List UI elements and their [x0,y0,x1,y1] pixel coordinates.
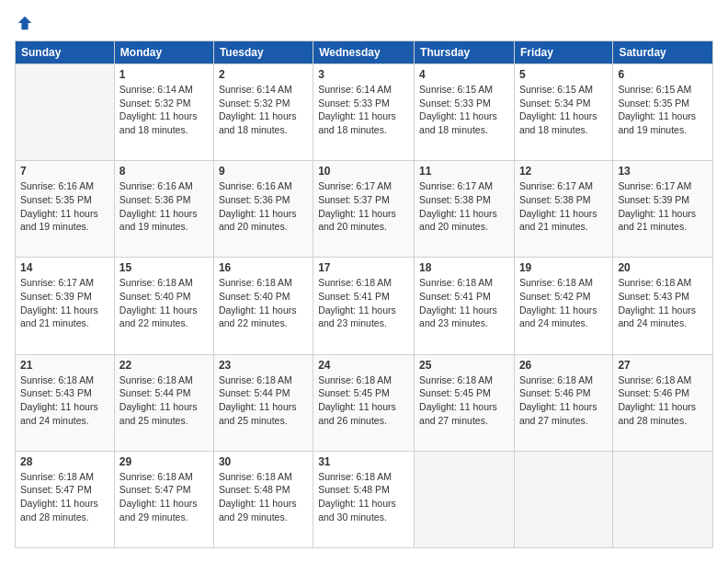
day-info: Sunrise: 6:18 AM Sunset: 5:44 PM Dayligh… [219,373,308,428]
table-row [613,451,713,547]
table-row: 26Sunrise: 6:18 AM Sunset: 5:46 PM Dayli… [514,354,612,451]
day-info: Sunrise: 6:18 AM Sunset: 5:42 PM Dayligh… [519,276,608,330]
day-info: Sunrise: 6:18 AM Sunset: 5:47 PM Dayligh… [119,470,209,524]
table-row: 4Sunrise: 6:15 AM Sunset: 5:33 PM Daylig… [415,64,515,161]
header [15,15,713,31]
day-number: 9 [219,165,308,178]
day-number: 12 [519,165,608,178]
day-info: Sunrise: 6:16 AM Sunset: 5:36 PM Dayligh… [219,179,308,234]
day-info: Sunrise: 6:18 AM Sunset: 5:40 PM Dayligh… [119,276,209,330]
day-number: 5 [519,68,608,81]
day-number: 15 [119,261,209,274]
day-info: Sunrise: 6:16 AM Sunset: 5:35 PM Dayligh… [20,179,109,234]
table-row: 13Sunrise: 6:17 AM Sunset: 5:39 PM Dayli… [613,161,713,258]
day-number: 29 [119,455,209,468]
table-row: 19Sunrise: 6:18 AM Sunset: 5:42 PM Dayli… [514,258,612,354]
table-row: 18Sunrise: 6:18 AM Sunset: 5:41 PM Dayli… [415,258,515,354]
table-row: 10Sunrise: 6:17 AM Sunset: 5:37 PM Dayli… [313,161,415,258]
day-info: Sunrise: 6:17 AM Sunset: 5:39 PM Dayligh… [20,276,109,330]
day-number: 30 [219,455,308,468]
table-row: 9Sunrise: 6:16 AM Sunset: 5:36 PM Daylig… [213,161,313,258]
table-row: 5Sunrise: 6:15 AM Sunset: 5:34 PM Daylig… [514,64,612,161]
day-info: Sunrise: 6:17 AM Sunset: 5:37 PM Dayligh… [318,179,409,234]
calendar-week-row: 1Sunrise: 6:14 AM Sunset: 5:32 PM Daylig… [16,64,713,161]
day-info: Sunrise: 6:18 AM Sunset: 5:46 PM Dayligh… [519,373,608,428]
table-row: 16Sunrise: 6:18 AM Sunset: 5:40 PM Dayli… [213,258,313,354]
day-number: 27 [618,359,708,372]
table-row: 7Sunrise: 6:16 AM Sunset: 5:35 PM Daylig… [16,161,115,258]
table-row: 17Sunrise: 6:18 AM Sunset: 5:41 PM Dayli… [313,258,415,354]
day-number: 7 [20,165,109,178]
day-info: Sunrise: 6:15 AM Sunset: 5:33 PM Dayligh… [419,83,509,137]
day-info: Sunrise: 6:18 AM Sunset: 5:45 PM Dayligh… [419,373,509,428]
day-number: 23 [219,359,308,372]
day-info: Sunrise: 6:18 AM Sunset: 5:40 PM Dayligh… [219,276,308,330]
day-info: Sunrise: 6:18 AM Sunset: 5:47 PM Dayligh… [20,470,109,524]
day-info: Sunrise: 6:18 AM Sunset: 5:41 PM Dayligh… [318,276,409,330]
table-row: 6Sunrise: 6:15 AM Sunset: 5:35 PM Daylig… [613,64,713,161]
day-number: 3 [318,68,409,81]
table-row: 21Sunrise: 6:18 AM Sunset: 5:43 PM Dayli… [16,354,115,451]
table-row: 27Sunrise: 6:18 AM Sunset: 5:46 PM Dayli… [613,354,713,451]
table-row [16,64,115,161]
day-number: 16 [219,261,308,274]
page: SundayMondayTuesdayWednesdayThursdayFrid… [0,0,728,563]
day-info: Sunrise: 6:18 AM Sunset: 5:45 PM Dayligh… [318,373,409,428]
day-number: 25 [419,359,509,372]
day-number: 18 [419,261,509,274]
day-info: Sunrise: 6:18 AM Sunset: 5:48 PM Dayligh… [219,470,308,524]
table-row: 11Sunrise: 6:17 AM Sunset: 5:38 PM Dayli… [415,161,515,258]
calendar-header-friday: Friday [514,41,612,64]
table-row [514,451,612,547]
calendar-header-wednesday: Wednesday [313,41,415,64]
table-row: 3Sunrise: 6:14 AM Sunset: 5:33 PM Daylig… [313,64,415,161]
table-row: 12Sunrise: 6:17 AM Sunset: 5:38 PM Dayli… [514,161,612,258]
table-row: 25Sunrise: 6:18 AM Sunset: 5:45 PM Dayli… [415,354,515,451]
day-number: 4 [419,68,509,81]
calendar-header-sunday: Sunday [16,41,115,64]
calendar-header-row: SundayMondayTuesdayWednesdayThursdayFrid… [16,41,713,64]
table-row: 20Sunrise: 6:18 AM Sunset: 5:43 PM Dayli… [613,258,713,354]
day-number: 31 [318,455,409,468]
day-number: 8 [119,165,209,178]
day-info: Sunrise: 6:18 AM Sunset: 5:43 PM Dayligh… [20,373,109,428]
day-info: Sunrise: 6:14 AM Sunset: 5:32 PM Dayligh… [119,83,209,137]
day-info: Sunrise: 6:18 AM Sunset: 5:48 PM Dayligh… [318,470,409,524]
day-number: 14 [20,261,109,274]
calendar-week-row: 21Sunrise: 6:18 AM Sunset: 5:43 PM Dayli… [16,354,713,451]
day-number: 6 [618,68,708,81]
table-row [415,451,515,547]
day-info: Sunrise: 6:14 AM Sunset: 5:33 PM Dayligh… [318,83,409,137]
table-row: 1Sunrise: 6:14 AM Sunset: 5:32 PM Daylig… [114,64,213,161]
calendar-header-saturday: Saturday [613,41,713,64]
day-info: Sunrise: 6:15 AM Sunset: 5:35 PM Dayligh… [618,83,708,137]
day-number: 2 [219,68,308,81]
table-row: 14Sunrise: 6:17 AM Sunset: 5:39 PM Dayli… [16,258,115,354]
day-number: 11 [419,165,509,178]
day-number: 21 [20,359,109,372]
day-info: Sunrise: 6:17 AM Sunset: 5:39 PM Dayligh… [618,179,708,234]
calendar-week-row: 14Sunrise: 6:17 AM Sunset: 5:39 PM Dayli… [16,258,713,354]
day-info: Sunrise: 6:18 AM Sunset: 5:44 PM Dayligh… [119,373,209,428]
day-info: Sunrise: 6:17 AM Sunset: 5:38 PM Dayligh… [419,179,509,234]
calendar-week-row: 28Sunrise: 6:18 AM Sunset: 5:47 PM Dayli… [16,451,713,547]
day-number: 10 [318,165,409,178]
table-row: 28Sunrise: 6:18 AM Sunset: 5:47 PM Dayli… [16,451,115,547]
day-number: 20 [618,261,708,274]
table-row: 2Sunrise: 6:14 AM Sunset: 5:32 PM Daylig… [213,64,313,161]
day-info: Sunrise: 6:16 AM Sunset: 5:36 PM Dayligh… [119,179,209,234]
table-row: 24Sunrise: 6:18 AM Sunset: 5:45 PM Dayli… [313,354,415,451]
day-info: Sunrise: 6:15 AM Sunset: 5:34 PM Dayligh… [519,83,608,137]
calendar-week-row: 7Sunrise: 6:16 AM Sunset: 5:35 PM Daylig… [16,161,713,258]
table-row: 29Sunrise: 6:18 AM Sunset: 5:47 PM Dayli… [114,451,213,547]
day-number: 24 [318,359,409,372]
table-row: 23Sunrise: 6:18 AM Sunset: 5:44 PM Dayli… [213,354,313,451]
day-number: 26 [519,359,608,372]
day-number: 22 [119,359,209,372]
day-number: 28 [20,455,109,468]
logo-icon [17,15,33,31]
table-row: 15Sunrise: 6:18 AM Sunset: 5:40 PM Dayli… [114,258,213,354]
table-row: 22Sunrise: 6:18 AM Sunset: 5:44 PM Dayli… [114,354,213,451]
day-info: Sunrise: 6:18 AM Sunset: 5:41 PM Dayligh… [419,276,509,330]
day-info: Sunrise: 6:17 AM Sunset: 5:38 PM Dayligh… [519,179,608,234]
